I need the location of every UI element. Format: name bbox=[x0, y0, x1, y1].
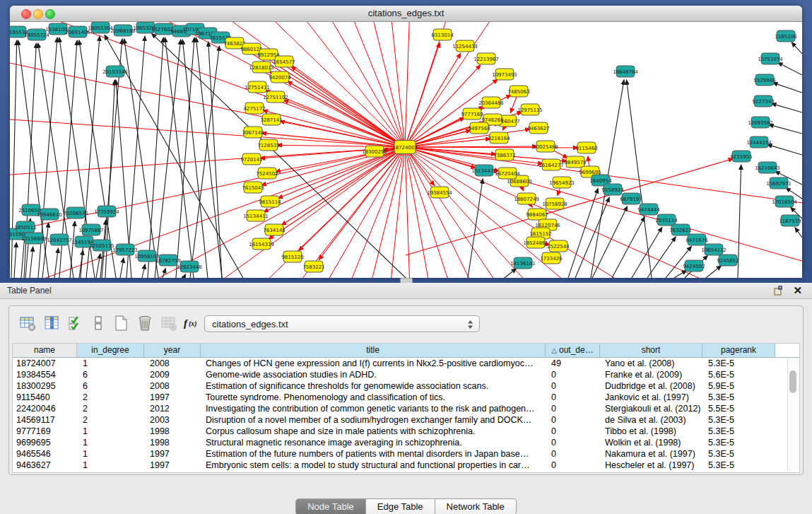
graph-node[interactable]: 10654112 bbox=[701, 244, 726, 255]
graph-node[interactable]: 7524502 bbox=[256, 168, 278, 179]
table-row[interactable]: 1872400712008Changes of HCN gene express… bbox=[13, 358, 799, 369]
column-header-short[interactable]: short bbox=[600, 344, 702, 357]
delete-rows-trash-button[interactable] bbox=[135, 315, 155, 334]
graph-node[interactable]: 12505135 bbox=[89, 240, 114, 251]
table-row[interactable]: 1830029562008Estimation of significance … bbox=[13, 380, 799, 392]
graph-node[interactable]: 10975887 bbox=[78, 224, 104, 235]
graph-node[interactable]: 9720141 bbox=[240, 153, 262, 165]
graph-node[interactable]: 9497568 bbox=[468, 122, 490, 134]
graph-node[interactable]: 9424502 bbox=[683, 260, 705, 271]
column-header-title[interactable]: title bbox=[201, 344, 546, 357]
graph-node[interactable]: 7386372 bbox=[493, 149, 515, 160]
graph-node[interactable]: 9115460 bbox=[575, 142, 597, 153]
graph-node[interactable]: 22068188 bbox=[110, 25, 136, 36]
graph-node[interactable]: 9463627 bbox=[527, 122, 549, 134]
graph-node[interactable]: 18524861 bbox=[523, 237, 548, 248]
graph-node[interactable]: 12093582 bbox=[748, 117, 773, 128]
graph-node[interactable]: 4275172 bbox=[243, 103, 265, 114]
graph-node[interactable]: 9245652 bbox=[717, 255, 739, 266]
scrollbar-thumb[interactable] bbox=[789, 370, 796, 393]
graph-node[interactable]: 7128533 bbox=[257, 139, 279, 151]
float-panel-icon[interactable] bbox=[774, 286, 784, 296]
graph-node[interactable]: 9815114 bbox=[259, 196, 281, 207]
column-header-pagerank[interactable]: pagerank bbox=[702, 344, 775, 357]
graph-node[interactable]: 20364486 bbox=[478, 97, 504, 108]
graph-node[interactable]: 12751411 bbox=[245, 81, 270, 93]
graph-node[interactable]: 9777169 bbox=[461, 108, 483, 119]
function-builder-button[interactable]: f(x) bbox=[183, 315, 203, 334]
graph-node[interactable]: 7632621 bbox=[669, 224, 691, 235]
graph-node[interactable]: 18807249 bbox=[514, 193, 539, 204]
tab-network-table[interactable]: Network Table bbox=[435, 498, 517, 514]
graph-node[interactable]: 20206576 bbox=[63, 207, 88, 218]
graph-node[interactable]: 3287141 bbox=[260, 114, 282, 125]
table-row[interactable]: 1938455462009Genome-wide association stu… bbox=[13, 369, 799, 380]
graph-node[interactable]: 12444154 bbox=[746, 136, 772, 148]
graph-node[interactable]: 2522544 bbox=[547, 240, 570, 252]
network-window-titlebar[interactable]: citations_edges.txt bbox=[10, 6, 802, 22]
graph-node[interactable]: 9420074 bbox=[269, 71, 291, 83]
graph-node[interactable]: 10025488 bbox=[533, 141, 558, 152]
graph-node[interactable]: 19654923 bbox=[549, 177, 575, 188]
table-row[interactable]: 969969511998Structural magnetic resonanc… bbox=[13, 437, 799, 448]
graph-node[interactable]: 10973493 bbox=[492, 69, 517, 80]
graph-node[interactable]: 15692971 bbox=[766, 177, 792, 189]
graph-node[interactable]: 11254439 bbox=[452, 40, 478, 52]
graph-node[interactable]: 9815120 bbox=[281, 251, 303, 262]
graph-node[interactable]: 9884067 bbox=[526, 209, 548, 220]
graph-node[interactable]: 12975115 bbox=[517, 104, 543, 115]
new-table-button[interactable] bbox=[111, 315, 131, 334]
graph-node[interactable]: 20153346 bbox=[102, 66, 128, 77]
graph-node[interactable]: 9849578 bbox=[564, 156, 586, 168]
tab-node-table[interactable]: Node Table bbox=[295, 498, 366, 514]
graph-node[interactable]: 15134411 bbox=[243, 210, 269, 221]
graph-node[interactable]: 1733426 bbox=[540, 252, 563, 264]
graph-node[interactable]: 9329966 bbox=[753, 74, 776, 86]
graph-node[interactable]: 9474444 bbox=[637, 204, 660, 215]
graph-node[interactable]: 8471676 bbox=[686, 234, 708, 245]
column-header-name[interactable]: name bbox=[13, 344, 77, 357]
table-row[interactable]: 2242004622012Investigating the contribut… bbox=[13, 403, 799, 414]
graph-node[interactable]: 9227343 bbox=[752, 95, 774, 107]
graph-node[interactable]: 15751074 bbox=[758, 53, 783, 64]
table-row[interactable]: 1456911722003Disruption of a novel membe… bbox=[13, 414, 799, 426]
graph-node[interactable]: 1595106 bbox=[775, 30, 797, 42]
graph-node[interactable]: 16164277 bbox=[539, 159, 564, 170]
graph-node[interactable]: 13156889 bbox=[21, 233, 47, 244]
graph-node[interactable]: 1167539 bbox=[779, 215, 801, 226]
table-row[interactable]: 911546021997Tourette syndrome. Phenomeno… bbox=[13, 392, 799, 403]
table-row[interactable]: 946362711997Embryonic stem cells: a mode… bbox=[13, 460, 799, 471]
graph-node[interactable]: 16210643 bbox=[755, 162, 780, 173]
graph-node[interactable]: 7485063 bbox=[507, 86, 529, 97]
graph-node[interactable]: 16648784 bbox=[613, 66, 638, 77]
graph-node[interactable]: 15134470 bbox=[471, 165, 497, 176]
graph-node[interactable]: 3067140 bbox=[242, 127, 264, 138]
graph-node[interactable]: 1654577 bbox=[273, 56, 295, 67]
table-settings-button[interactable] bbox=[18, 315, 37, 334]
graph-node[interactable]: 7634148 bbox=[263, 224, 285, 235]
table-vertical-scrollbar[interactable] bbox=[787, 358, 799, 471]
graph-node[interactable]: 7615043 bbox=[242, 182, 264, 193]
graph-node[interactable]: 17016504 bbox=[772, 196, 797, 207]
graph-node[interactable]: 16154319 bbox=[249, 238, 274, 250]
graph-node[interactable]: 18724007 bbox=[392, 141, 418, 154]
column-header-out_de[interactable]: △out_de… bbox=[546, 344, 600, 357]
graph-node[interactable]: 12213967 bbox=[473, 53, 499, 64]
graph-node[interactable]: 3216164 bbox=[488, 132, 510, 144]
tab-edge-table[interactable]: Edge Table bbox=[366, 498, 435, 514]
graph-node[interactable]: 20691406 bbox=[65, 26, 90, 37]
graph-node[interactable]: 8313014 bbox=[431, 29, 454, 40]
graph-node[interactable]: 19384554 bbox=[427, 187, 452, 198]
graph-node[interactable]: 17359924 bbox=[94, 206, 119, 217]
graph-node[interactable]: 12042757 bbox=[47, 234, 72, 245]
graph-node[interactable]: 16720404 bbox=[495, 168, 520, 179]
close-panel-icon[interactable]: ✕ bbox=[793, 284, 802, 297]
row-height-button[interactable] bbox=[88, 315, 108, 334]
graph-node[interactable]: 12923448 bbox=[177, 261, 202, 272]
graph-node[interactable]: 9558924 bbox=[601, 184, 624, 195]
graph-node[interactable]: 8215955 bbox=[730, 151, 752, 162]
graph-node[interactable]: 1850511 bbox=[14, 221, 36, 233]
graph-node[interactable]: 18055304 bbox=[88, 22, 113, 33]
column-header-year[interactable]: year bbox=[144, 344, 201, 357]
graph-node[interactable]: 10756928 bbox=[542, 198, 567, 209]
